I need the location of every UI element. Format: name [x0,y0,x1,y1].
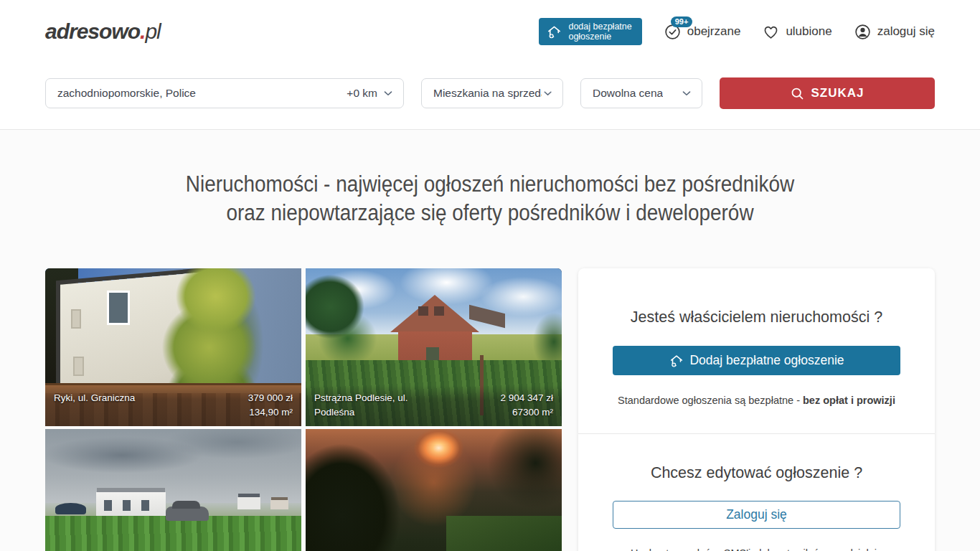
search-button-label: SZUKAJ [811,86,864,100]
edit-heading: Chcesz edytować ogłoszenie ? [613,464,900,482]
chevron-down-icon [382,87,395,100]
listing-area: 67300 m² [512,405,553,420]
listing-location: Ryki, ul. Graniczna [54,391,135,405]
listing-photo [306,429,562,551]
listing-overlay: Ryki, ul. Graniczna 379 000 zł 134,90 m² [45,385,301,426]
category-value: Mieszkania na sprzeda [433,87,542,100]
page-title-line2: oraz niepowtarzające się oferty pośredni… [49,199,930,227]
listing-photo [45,429,301,551]
login-button-label: Zaloguj się [726,507,787,522]
add-listing-line2: ogłoszenie [568,32,611,42]
check-circle-icon: 99+ [664,23,682,41]
logo[interactable]: adresowo.pl [45,19,161,44]
owner-note-bold: bez opłat i prowizji [803,395,895,406]
page-title-line1: Nieruchomości - najwięcej ogłoszeń nieru… [49,170,930,199]
heart-icon [762,23,780,41]
search-bar: zachodniopomorskie, Police +0 km Mieszka… [0,63,980,130]
sidebar-add-listing-label: Dodaj bezpłatne ogłoszenie [689,353,844,368]
login-button[interactable]: Zaloguj się [613,501,900,529]
listings-grid: Ryki, ul. Graniczna 379 000 zł 134,90 m² [45,268,562,551]
content: Ryki, ul. Graniczna 379 000 zł 134,90 m² [0,227,980,551]
listing-price: 2 904 347 zł [500,391,553,405]
owner-heading: Jesteś właścicielem nieruchomości ? [613,309,900,326]
edit-section: Chcesz edytować ogłoszenie ? Zaloguj się… [613,434,900,551]
logo-text: adresowo [45,19,140,43]
add-listing-line1: dodaj bezpłatne [568,22,631,32]
login-label: zaloguj się [877,24,935,39]
viewed-label: obejrzane [687,24,741,39]
listing-area: 134,90 m² [249,405,293,420]
page: adresowo.pl dodaj bezpłatne ogłoszenie [0,0,980,551]
viewed-count-badge: 99+ [671,17,693,27]
location-input[interactable]: zachodniopomorskie, Police +0 km [45,78,404,108]
add-listing-label: dodaj bezpłatne ogłoszenie [568,22,631,42]
listing-overlay: Pstrążna Podlesie, ul. Podleśna 2 904 34… [306,385,562,426]
house-plus-icon [546,24,562,40]
price-value: Dowolna cena [593,87,663,100]
location-value: zachodniopomorskie, Police [57,87,196,100]
header-actions: dodaj bezpłatne ogłoszenie 99+ obejrzane [539,18,935,45]
listing-location: Pstrążna Podlesie, ul. Podleśna [314,391,447,420]
page-title: Nieruchomości - najwięcej ogłoszeń nieru… [0,170,980,227]
owner-note: Standardowe ogłoszenia są bezpłatne - be… [613,395,900,406]
add-listing-button[interactable]: dodaj bezpłatne ogłoszenie [539,18,641,45]
login-link[interactable]: zaloguj się [854,23,935,41]
favorites-label: ulubione [786,24,831,39]
listing-card[interactable]: Ryki, ul. Graniczna 379 000 zł 134,90 m² [45,268,301,426]
sidebar-card: Jesteś właścicielem nieruchomości ? Doda… [578,268,935,551]
logo-tld: pl [145,19,160,43]
user-circle-icon [854,23,872,41]
house-plus-icon [669,353,684,369]
category-select[interactable]: Mieszkania na sprzeda [421,78,563,108]
owner-note-regular: Standardowe ogłoszenia są bezpłatne - [618,395,803,406]
header: adresowo.pl dodaj bezpłatne ogłoszenie [0,0,980,63]
price-select[interactable]: Dowolna cena [580,78,702,108]
viewed-link[interactable]: 99+ obejrzane [664,23,741,41]
owner-section: Jesteś właścicielem nieruchomości ? Doda… [613,268,900,406]
sidebar-add-listing-button[interactable]: Dodaj bezpłatne ogłoszenie [613,346,900,375]
favorites-link[interactable]: ulubione [762,23,831,41]
radius-select[interactable]: +0 km [347,87,395,100]
search-button[interactable]: SZUKAJ [720,77,935,109]
listing-card[interactable]: Warszawa Białołęka, ul. 725 000 zł [306,429,562,551]
listing-price: 379 000 zł [248,391,293,405]
listing-card[interactable]: Pstrążna Podlesie, ul. Podleśna 2 904 34… [306,268,562,426]
hero-section: Nieruchomości - najwięcej ogłoszeń nieru… [0,130,980,227]
chevron-down-icon [542,87,554,100]
radius-value: +0 km [347,87,377,100]
magnifier-icon [790,86,805,101]
listing-card[interactable]: Kliniska Wielkie, Radosna 260 000 zł [45,429,301,551]
edit-note: Hasło otrzymałeś w SMS'ie lub ustawiłeś … [613,547,900,551]
chevron-down-icon [680,87,693,100]
